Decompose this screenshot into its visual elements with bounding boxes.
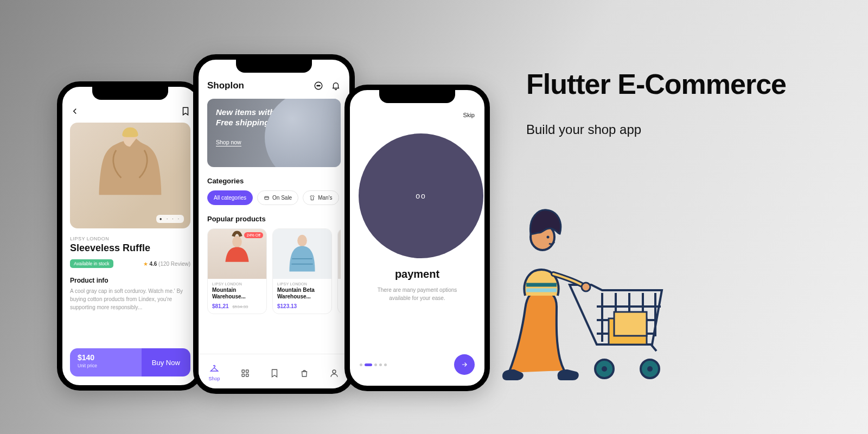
svg-rect-5 — [265, 196, 269, 200]
phone-onboarding: Skip oo payment There are many payment o… — [344, 85, 490, 391]
product-rating: ★ 4.6 (120 Review) — [143, 261, 190, 267]
hero-cta-link[interactable]: Shop now — [216, 139, 241, 146]
bookmark-icon — [270, 368, 279, 378]
tab-profile[interactable] — [329, 368, 339, 378]
category-chips: All categories On Sale Man's — [207, 190, 341, 205]
sweater-illustration — [70, 123, 190, 220]
phone-notch — [236, 59, 312, 73]
product-image: ● · · · — [70, 123, 190, 228]
svg-point-2 — [317, 85, 318, 86]
svg-point-18 — [647, 366, 653, 372]
onboarding-title: payment — [359, 268, 476, 280]
phone-product-detail: ● · · · LIPSY LONDON Sleeveless Ruffle A… — [57, 81, 203, 391]
svg-point-3 — [318, 85, 319, 86]
headline-subtitle: Build your shop app — [526, 122, 819, 137]
headline-block: Flutter E-Commerce Build your shop app — [526, 68, 819, 137]
svg-rect-14 — [614, 312, 647, 336]
bookmark-icon[interactable] — [181, 106, 190, 116]
onboarding-subtitle: There are many payment options available… — [359, 286, 476, 302]
categories-heading: Categories — [207, 177, 341, 185]
product-card[interactable]: LIPSY LONDON Mountain Beta Warehouse... … — [272, 228, 332, 314]
product-brand: LIPSY LONDON — [70, 236, 190, 241]
bag-icon — [299, 368, 309, 378]
svg-point-7 — [297, 235, 307, 247]
phone-notch — [92, 86, 168, 100]
stock-badge: Available in stock — [70, 259, 113, 268]
page-dots — [360, 363, 387, 366]
svg-point-4 — [320, 85, 321, 86]
back-icon[interactable] — [70, 106, 80, 116]
chip-mans[interactable]: Man's — [303, 190, 339, 205]
product-card[interactable]: 24% Off LIPSY LONDON Mountain Warehouse.… — [207, 228, 267, 314]
svg-point-12 — [333, 370, 336, 373]
buy-bar: $140 Unit price Buy Now — [70, 348, 190, 376]
carousel-dots[interactable]: ● · · · — [156, 215, 184, 223]
product-title: Sleeveless Ruffle — [70, 242, 190, 254]
next-button[interactable] — [454, 354, 475, 375]
svg-point-6 — [232, 236, 242, 248]
phone-home: Shoplon New items withFree shipping Shop… — [193, 54, 355, 394]
svg-rect-10 — [242, 374, 245, 376]
svg-rect-8 — [242, 370, 245, 373]
star-icon: ★ — [143, 261, 148, 267]
headline-title: Flutter E-Commerce — [526, 68, 819, 100]
skip-button[interactable]: Skip — [463, 112, 475, 118]
shopper-illustration — [488, 203, 673, 404]
buy-now-button[interactable]: Buy Now — [142, 348, 190, 376]
tab-categories[interactable] — [240, 368, 250, 378]
sale-icon — [264, 195, 270, 201]
tab-saved[interactable] — [270, 368, 279, 378]
bottom-tabbar: Shop — [199, 354, 349, 388]
chip-on-sale[interactable]: On Sale — [257, 190, 298, 205]
onboarding-art: oo — [359, 133, 483, 258]
svg-rect-11 — [246, 374, 248, 376]
tab-bag[interactable] — [299, 368, 309, 378]
product-card[interactable]: LIPSY LONDON FS 27 — [337, 228, 341, 314]
product-info-heading: Product info — [70, 277, 190, 284]
bell-icon[interactable] — [331, 81, 341, 91]
shirt-icon — [309, 195, 315, 201]
tab-shop[interactable]: Shop — [208, 365, 220, 381]
chip-all-categories[interactable]: All categories — [207, 190, 253, 205]
svg-rect-9 — [246, 370, 248, 373]
thumb-illustration — [273, 229, 331, 278]
sale-badge: 24% Off — [244, 232, 263, 238]
grid-icon — [240, 368, 250, 378]
user-icon — [329, 368, 339, 378]
hanger-icon — [209, 365, 219, 374]
arrow-right-icon — [461, 361, 468, 368]
svg-point-20 — [547, 236, 550, 239]
chat-icon[interactable] — [314, 81, 323, 91]
app-brand: Shoplon — [207, 80, 244, 91]
svg-point-21 — [582, 283, 590, 291]
phone-notch — [379, 89, 455, 103]
price-block: $140 Unit price — [70, 348, 142, 376]
product-info-body: A cool gray cap in soft corduroy. Watch … — [70, 287, 190, 311]
popular-heading: Popular products — [207, 215, 341, 223]
svg-point-17 — [602, 366, 607, 372]
hero-banner[interactable]: New items withFree shipping Shop now — [207, 99, 341, 167]
